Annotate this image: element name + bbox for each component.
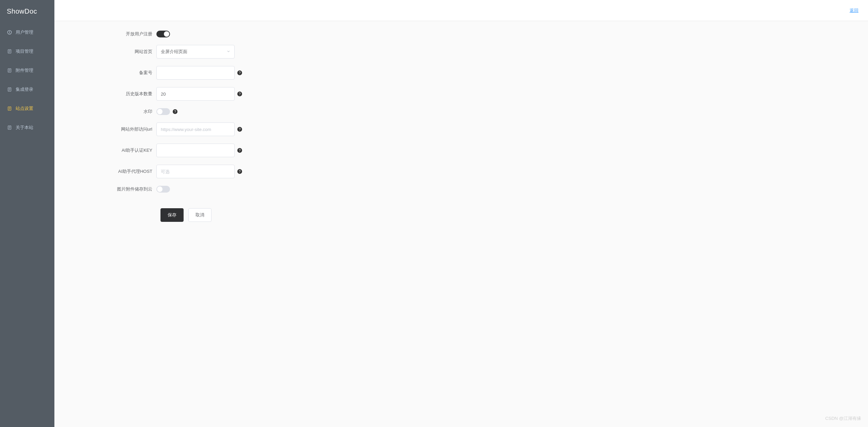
form-row-watermark: 水印 ? xyxy=(68,108,258,115)
cancel-button[interactable]: 取消 xyxy=(188,208,211,222)
label-homepage: 网站首页 xyxy=(68,49,156,55)
input-history-count[interactable] xyxy=(156,87,235,101)
content: 开放用户注册 网站首页 全屏介绍页面 xyxy=(54,21,868,231)
sidebar: ShowDoc 用户管理 项目管理 附件管理 xyxy=(0,0,54,427)
button-row: 保存 取消 xyxy=(68,208,258,222)
main: 返回 开放用户注册 网站首页 全屏介绍页面 xyxy=(54,0,868,427)
form-row-beian: 备案号 ? xyxy=(68,66,258,80)
label-open-register: 开放用户注册 xyxy=(68,31,156,37)
help-icon[interactable]: ? xyxy=(237,70,242,75)
sidebar-item-label: 集成登录 xyxy=(16,86,33,93)
document-icon xyxy=(7,87,12,92)
sidebar-item-site-settings[interactable]: 站点设置 xyxy=(0,99,54,118)
sidebar-item-label: 用户管理 xyxy=(16,29,33,35)
form-row-history-count: 历史版本数量 ? xyxy=(68,87,258,101)
label-history-count: 历史版本数量 xyxy=(68,91,156,97)
sidebar-item-integration[interactable]: 集成登录 xyxy=(0,80,54,99)
label-ai-key: AI助手认证KEY xyxy=(68,147,156,153)
sidebar-item-users[interactable]: 用户管理 xyxy=(0,23,54,42)
sidebar-item-label: 站点设置 xyxy=(16,105,33,112)
form-row-ai-key: AI助手认证KEY ? xyxy=(68,144,258,157)
help-icon[interactable]: ? xyxy=(237,148,242,153)
header: 返回 xyxy=(54,0,868,21)
sidebar-item-attachments[interactable]: 附件管理 xyxy=(0,61,54,80)
sidebar-item-label: 关于本站 xyxy=(16,125,33,131)
document-icon xyxy=(7,49,12,54)
site-settings-form: 开放用户注册 网站首页 全屏介绍页面 xyxy=(68,31,258,222)
form-row-homepage: 网站首页 全屏介绍页面 xyxy=(68,45,258,59)
sidebar-item-about[interactable]: 关于本站 xyxy=(0,118,54,137)
switch-watermark[interactable] xyxy=(156,108,170,115)
label-ai-host: AI助手代理HOST xyxy=(68,168,156,175)
form-row-cloud-storage: 图片附件储存到云 xyxy=(68,186,258,193)
help-icon[interactable]: ? xyxy=(173,109,177,114)
label-external-url: 网站外部访问url xyxy=(68,126,156,132)
document-icon xyxy=(7,106,12,111)
form-row-external-url: 网站外部访问url ? xyxy=(68,122,258,136)
svg-point-1 xyxy=(10,31,10,32)
label-watermark: 水印 xyxy=(68,109,156,115)
form-row-open-register: 开放用户注册 xyxy=(68,31,258,37)
document-icon xyxy=(7,125,12,130)
select-value: 全屏介绍页面 xyxy=(161,49,187,55)
input-ai-key[interactable] xyxy=(156,144,235,157)
help-icon[interactable]: ? xyxy=(237,127,242,132)
sidebar-menu: 用户管理 项目管理 附件管理 集成登录 xyxy=(0,23,54,137)
save-button[interactable]: 保存 xyxy=(160,208,184,222)
form-row-ai-host: AI助手代理HOST ? xyxy=(68,165,258,178)
info-icon xyxy=(7,30,12,35)
label-cloud-storage: 图片附件储存到云 xyxy=(68,186,156,192)
chevron-down-icon xyxy=(227,49,230,54)
document-icon xyxy=(7,68,12,73)
switch-cloud-storage[interactable] xyxy=(156,186,170,193)
back-link[interactable]: 返回 xyxy=(850,7,858,14)
input-beian[interactable] xyxy=(156,66,235,80)
input-external-url[interactable] xyxy=(156,122,235,136)
sidebar-item-label: 项目管理 xyxy=(16,48,33,54)
switch-open-register[interactable] xyxy=(156,31,170,37)
help-icon[interactable]: ? xyxy=(237,169,242,174)
sidebar-item-projects[interactable]: 项目管理 xyxy=(0,42,54,61)
sidebar-item-label: 附件管理 xyxy=(16,67,33,73)
help-icon[interactable]: ? xyxy=(237,92,242,96)
label-beian: 备案号 xyxy=(68,70,156,76)
input-ai-host[interactable] xyxy=(156,165,235,178)
select-homepage[interactable]: 全屏介绍页面 xyxy=(156,45,235,59)
app-title: ShowDoc xyxy=(0,0,54,23)
